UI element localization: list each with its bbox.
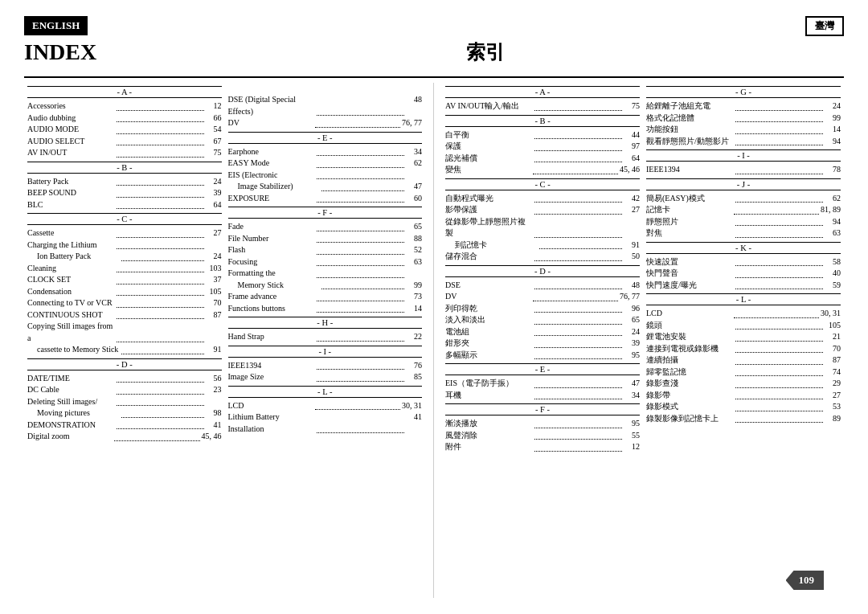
list-item: Digital zoom45, 46: [27, 431, 222, 443]
list-item: CONTINUOUS SHOT87: [27, 309, 222, 321]
list-item: EIS（電子防手振）47: [445, 378, 640, 390]
section-b-zh: - B -: [445, 115, 640, 127]
section-c-zh: - C -: [445, 178, 640, 190]
list-item: Image Stabilizer)47: [228, 181, 423, 193]
section-k-zh: - K -: [646, 242, 841, 254]
list-item: Memory Stick99: [228, 280, 423, 292]
list-item: Audio dubbing66: [27, 113, 222, 125]
list-item: 認光補償64: [445, 153, 640, 165]
list-item: 功能按鈕14: [646, 124, 841, 136]
section-e-zh: - E -: [445, 363, 640, 375]
list-item: File Number88: [228, 233, 423, 245]
list-item: CLOCK SET37: [27, 274, 222, 286]
section-d-en: - D -: [27, 358, 222, 370]
list-item: Battery Pack24: [27, 176, 222, 188]
list-item: 錄製影像到記憶卡上89: [646, 413, 841, 425]
list-item: 鉗形夾39: [445, 338, 640, 350]
list-item: BLC64: [27, 199, 222, 211]
section-a-en: - A -: [27, 86, 222, 98]
list-item: Ion Battery Pack24: [27, 251, 222, 263]
page-number: 109: [786, 571, 825, 590]
list-item: Accessories12: [27, 100, 222, 113]
list-item: IEEE139478: [646, 164, 841, 176]
list-item: 儲存混合50: [445, 251, 640, 263]
list-item: 自動程式曝光42: [445, 193, 640, 205]
list-item: 從錄影帶上靜態照片複製: [445, 216, 640, 239]
list-item: Image Size85: [228, 371, 423, 383]
english-label: ENGLISH: [24, 16, 88, 35]
section-c-en: - C -: [27, 213, 222, 225]
list-item: 漸淡播放95: [445, 418, 640, 430]
list-item: DEMONSTRATION41: [27, 420, 222, 432]
list-item: 靜態照片94: [646, 216, 841, 228]
list-item: Cleaning103: [27, 263, 222, 275]
list-item: Functions buttons14: [228, 303, 423, 315]
section-b-en: - B -: [27, 162, 222, 174]
index-title: INDEX: [24, 39, 418, 65]
list-item: EIS (Electronic: [228, 170, 423, 182]
list-item: LCD30, 31: [646, 308, 841, 320]
list-item: 對焦63: [646, 227, 841, 239]
list-item: 鏡頭105: [646, 320, 841, 332]
section-h-en: - H -: [228, 317, 423, 329]
list-item: Condensation105: [27, 286, 222, 298]
list-item: 列印得乾96: [445, 303, 640, 315]
list-item: AUDIO MODE54: [27, 124, 222, 136]
list-item: 錄影查淺29: [646, 378, 841, 390]
chinese-col2: - G - 給鋰離子池組充電24 格式化記憶體99 功能按鈕14 觀看靜態照片/…: [643, 83, 844, 598]
list-item: Fade65: [228, 221, 423, 233]
chinese-index-title: 索引: [466, 39, 844, 65]
section-i-zh: - I -: [646, 149, 841, 162]
english-col1: - A - Accessories12 Audio dubbing66 AUDI…: [24, 83, 225, 598]
list-item: DATE/TIME56: [27, 373, 222, 385]
list-item: Flash52: [228, 244, 423, 256]
list-item: Earphone34: [228, 146, 423, 158]
list-item: Copying Still images from a: [27, 321, 222, 344]
list-item: 風聲消除55: [445, 430, 640, 442]
list-item: EASY Mode62: [228, 158, 423, 170]
list-item: DV76, 77: [445, 291, 640, 303]
list-item: AV IN/OUT輸入/輸出75: [445, 100, 640, 113]
list-item: 快速設置58: [646, 256, 841, 268]
list-item: Frame advance73: [228, 291, 423, 303]
list-item: 附件12: [445, 441, 640, 453]
list-item: Lithium Battery Installation41: [228, 411, 423, 435]
section-g-zh: - G -: [646, 86, 841, 98]
list-item: AV IN/OUT75: [27, 147, 222, 159]
list-item: AUDIO SELECT67: [27, 136, 222, 148]
list-item: Connecting to TV or VCR70: [27, 297, 222, 309]
section-j-zh: - J -: [646, 178, 841, 190]
list-item: Formatting the: [228, 268, 423, 280]
list-item: 快門聲音40: [646, 268, 841, 280]
list-item: 耳機34: [445, 390, 640, 402]
list-item: 給鋰離子池組充電24: [646, 100, 841, 113]
list-item: DSE48: [445, 280, 640, 292]
list-item: BEEP SOUND39: [27, 187, 222, 199]
list-item: 錄影帶27: [646, 390, 841, 402]
list-item: 錄影模式53: [646, 401, 841, 413]
section-l-zh: - L -: [646, 293, 841, 305]
section-f-zh: - F -: [445, 403, 640, 415]
list-item: LCD30, 31: [228, 400, 423, 412]
list-item: 格式化記憶體99: [646, 113, 841, 125]
list-item: 到記憶卡91: [445, 239, 640, 252]
list-item: DV76, 77: [228, 117, 423, 129]
section-d-zh: - D -: [445, 265, 640, 277]
list-item: 保護97: [445, 141, 640, 153]
list-item: 白平衡44: [445, 129, 640, 141]
list-item: 記憶卡81, 89: [646, 204, 841, 216]
list-item: 歸零監記憶74: [646, 366, 841, 379]
list-item: 電池組24: [445, 326, 640, 338]
list-item: DSE (Digital Special Effects)48: [228, 94, 423, 117]
english-col2: DSE (Digital Special Effects)48 DV76, 77…: [225, 83, 426, 598]
list-item: 鋰電池安裝21: [646, 331, 841, 343]
list-item: 變焦45, 46: [445, 164, 640, 176]
list-item: Cassette27: [27, 227, 222, 239]
section-f-en: - F -: [228, 207, 423, 219]
section-a-zh: - A -: [445, 86, 640, 98]
section-e-en: - E -: [228, 132, 423, 144]
list-item: 影帶保護27: [445, 204, 640, 216]
list-item: Deleting Still images/: [27, 396, 222, 408]
list-item: Charging the Lithium: [27, 239, 222, 252]
list-item: 觀看靜態照片/動態影片94: [646, 136, 841, 148]
